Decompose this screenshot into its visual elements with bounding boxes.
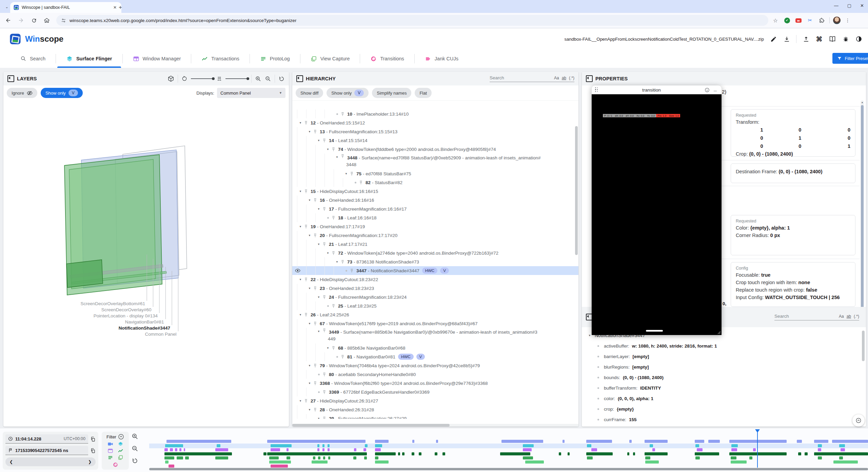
zoom-in-icon[interactable] [255, 76, 261, 82]
human-time-field[interactable]: 11:04:14.228 UTC+00:00 [5, 434, 88, 444]
extensions-puzzle-icon[interactable] [817, 16, 826, 25]
pin-icon[interactable] [331, 251, 337, 255]
expand-arrow-icon[interactable]: ▼ [306, 287, 313, 290]
hierarchy-row[interactable]: 3447- NotificationShade#3447HWCV [292, 266, 578, 275]
timeline-segment-screen-recording[interactable] [436, 440, 438, 443]
timeline-segment-protolog[interactable] [318, 456, 320, 459]
pin-icon[interactable] [313, 381, 319, 386]
pin-icon[interactable] [340, 260, 346, 264]
timeline-segment-window-manager[interactable] [164, 452, 232, 455]
timeline-segment-protolog[interactable] [353, 456, 356, 459]
collapse-panel-icon[interactable] [7, 75, 14, 82]
timeline-segment-transactions[interactable] [164, 448, 168, 451]
pin-icon[interactable] [322, 138, 328, 143]
timeline-segment-protolog[interactable] [287, 456, 290, 459]
timeline-segment-surface-flinger[interactable] [317, 444, 319, 447]
hierarchy-row[interactable]: ▼27- HideDisplayCutout:26:31#27 [292, 396, 578, 405]
expand-arrow-icon[interactable]: ▼ [306, 234, 313, 237]
protolog-icon[interactable] [107, 455, 113, 460]
timeline-segment-window-manager[interactable] [633, 452, 635, 455]
pin-icon[interactable] [313, 363, 319, 368]
timeline-segment-window-manager[interactable] [798, 452, 801, 455]
displays-select[interactable]: Common Panel ▼ [217, 88, 285, 98]
browser-menu-icon[interactable]: ⋮ [843, 16, 852, 25]
pin-icon[interactable] [359, 180, 364, 185]
timeline-segment-transactions[interactable] [363, 448, 366, 451]
timeline-segment-protolog[interactable] [177, 456, 183, 459]
timeline-segment-surface-flinger[interactable] [695, 444, 699, 447]
hierarchy-row[interactable]: ▼19- OneHanded:17:17#19 [292, 222, 578, 231]
timeline-segment-protolog[interactable] [523, 456, 533, 459]
timeline-segment-transactions[interactable] [731, 448, 737, 451]
zoom-out-icon[interactable] [265, 76, 271, 82]
timeline-segment-transactions[interactable] [175, 448, 177, 451]
pin-icon[interactable] [322, 328, 328, 333]
timeline-segment-protolog[interactable] [749, 456, 752, 459]
timeline-segment-view-capture[interactable] [165, 460, 169, 464]
property-row[interactable]: color: (0, 0, 0), alpha: 1 [582, 393, 866, 404]
bookmark-star-icon[interactable]: ☆ [771, 16, 780, 25]
timeline-segment-transactions[interactable] [317, 448, 319, 451]
timeline-segment-window-manager[interactable] [805, 452, 807, 455]
expand-arrow-icon[interactable]: ▼ [334, 156, 340, 159]
expand-arrow-icon[interactable]: ▼ [306, 199, 313, 202]
timeline-segment-transactions[interactable] [753, 448, 756, 451]
pin-icon[interactable] [322, 416, 328, 419]
timeline-segment-transactions[interactable] [375, 448, 381, 451]
timeline-segment-transactions[interactable] [652, 448, 655, 451]
collapse-panel-icon[interactable] [586, 75, 593, 82]
pin-icon[interactable] [340, 355, 346, 359]
expand-arrow-icon[interactable]: ▼ [587, 334, 592, 337]
tab-jank-cujs[interactable]: Jank CUJs [415, 50, 469, 68]
timeline-segment-surface-flinger[interactable] [839, 444, 845, 447]
timeline-segment-protolog[interactable] [328, 456, 330, 459]
hierarchy-row[interactable]: ▼3368- WindowToken{f6b2f60 type=2024 and… [292, 379, 578, 388]
pin-icon[interactable] [322, 372, 328, 377]
timeline-segment-transactions[interactable] [818, 448, 822, 451]
timeline-segment-transactions[interactable] [322, 448, 324, 451]
hierarchy-row[interactable]: ▼14- Leaf:15:15#14 [292, 136, 578, 145]
regex-button[interactable]: (.*) [569, 76, 574, 80]
layer-label[interactable]: ScreenDecorOverlay#60 [101, 307, 152, 312]
new-tab-button[interactable]: + [119, 4, 122, 11]
expand-arrow-icon[interactable]: ▼ [306, 130, 313, 133]
layer-label[interactable]: NavigationBar0#81 [125, 319, 164, 324]
hierarchy-row[interactable]: ▼28- OneHanded:26:31#28 [292, 405, 578, 414]
property-row[interactable]: currFrame: 155 [582, 414, 866, 425]
expand-arrow-icon[interactable]: ▼ [306, 382, 313, 385]
timeline-segment-view-capture[interactable] [645, 460, 659, 464]
hierarchy-row[interactable]: ▼67- WindowToken{e5176f9 type=2019 andro… [292, 319, 578, 328]
timeline-segment-window-manager[interactable] [568, 452, 570, 455]
timeline-segment-transactions[interactable] [591, 448, 597, 451]
timeline-segment-protolog[interactable] [587, 456, 593, 459]
tab-search-icon[interactable]: ⌄ [3, 3, 11, 11]
timeline-segment-window-manager[interactable] [412, 452, 414, 455]
ns-time-field[interactable]: 1715339054227572545 ns [5, 446, 88, 455]
hierarchy-row[interactable]: ▼12- OneHanded:15:15#12 [292, 118, 578, 127]
minimize-icon[interactable]: — [834, 3, 839, 8]
timeline-segment-screen-recording[interactable] [166, 440, 231, 443]
timeline-segment-screen-recording[interactable] [563, 440, 565, 443]
timeline-segment-window-manager[interactable] [267, 452, 367, 455]
timeline-segment-surface-flinger[interactable] [375, 444, 382, 447]
timeline-segment-window-manager[interactable] [500, 452, 530, 455]
collapse-timeline-button[interactable] [852, 414, 865, 427]
timeline-segment-surface-flinger[interactable] [165, 444, 183, 447]
timeline-segment-surface-flinger[interactable] [650, 444, 653, 447]
timeline-segment-window-manager[interactable] [645, 452, 668, 455]
transition-viewer-titlebar[interactable]: transition _ [592, 85, 722, 94]
timeline-segment-surface-flinger[interactable] [328, 444, 330, 447]
timeline-segment-protolog[interactable] [695, 456, 700, 459]
expand-arrow-icon[interactable]: ▼ [306, 322, 313, 325]
pin-icon[interactable] [331, 346, 337, 350]
timeline-segment-surface-flinger[interactable] [365, 444, 368, 447]
property-row[interactable]: crop: {empty} [582, 404, 866, 414]
timeline-segment-window-manager[interactable] [442, 452, 445, 455]
timeline-segment-view-capture[interactable] [312, 460, 328, 464]
timeline-segment-transactions[interactable] [271, 448, 280, 451]
timeline-segment-screen-recording[interactable] [814, 440, 828, 443]
upload-icon[interactable] [802, 35, 810, 43]
tab-transitions[interactable]: Transitions [360, 50, 414, 68]
property-row[interactable]: barrierLayer: [empty] [582, 351, 866, 362]
surface-flinger-icon[interactable] [118, 441, 123, 447]
